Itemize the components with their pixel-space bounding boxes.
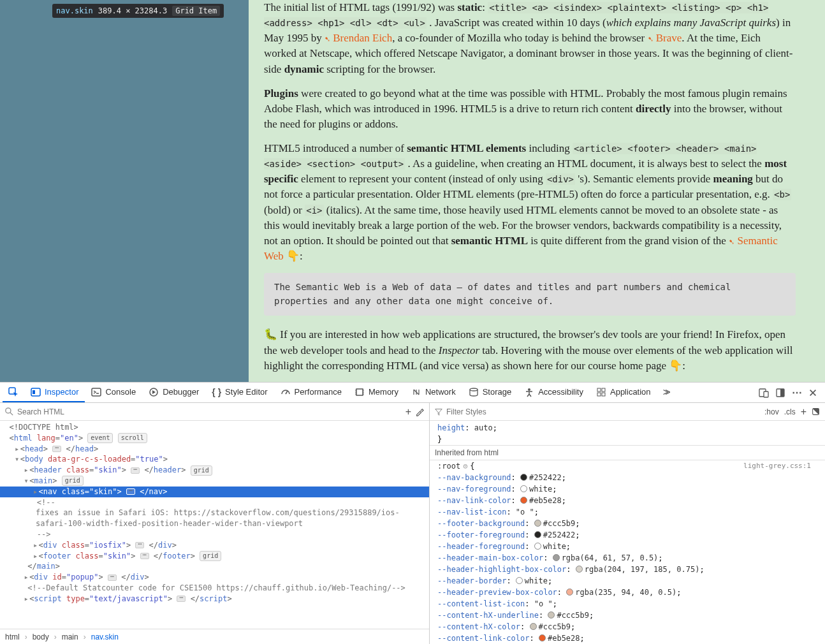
element-hover-tooltip: nav.skin 389.4 × 23284.3 Grid Item xyxy=(52,4,224,18)
dock-mode-button[interactable] xyxy=(775,388,785,398)
svg-rect-2 xyxy=(33,390,35,394)
svg-rect-18 xyxy=(602,393,605,396)
dom-tree[interactable]: <!DOCTYPE html> <html lang="en"> event s… xyxy=(0,421,429,629)
devtools-panel: Inspector Console Debugger { } Style Edi… xyxy=(0,382,825,644)
svg-rect-20 xyxy=(764,392,768,397)
article-paragraph: The initial list of HTML tags (1991/92) … xyxy=(264,0,796,77)
add-rule-button[interactable]: + xyxy=(801,406,807,418)
search-icon xyxy=(5,407,13,416)
css-rules-pane[interactable]: height: auto;}Inherited from html:root ⚙… xyxy=(430,421,825,644)
cls-toggle[interactable]: .cls xyxy=(784,407,796,416)
responsive-mode-button[interactable] xyxy=(759,388,769,398)
tab-storage[interactable]: Storage xyxy=(462,383,518,402)
article-paragraph: HTML5 introduced a number of semantic HT… xyxy=(264,141,796,264)
close-button[interactable] xyxy=(808,388,817,397)
article-paragraph: Plugins were created to go beyond what a… xyxy=(264,86,796,132)
link-brendan-eich[interactable]: Brendan Eich xyxy=(333,32,392,44)
svg-rect-17 xyxy=(597,393,601,396)
dom-tree-selected-row: ▸<nav class="skin"> </nav> xyxy=(0,487,429,497)
svg-point-14 xyxy=(528,388,530,391)
tab-accessibility[interactable]: Accessibility xyxy=(518,383,590,402)
article-paragraph: 🐛 If you are interested in how web appli… xyxy=(264,327,796,373)
tab-style-editor[interactable]: { } Style Editor xyxy=(205,383,274,402)
svg-rect-6 xyxy=(356,389,363,395)
tabs-overflow-button[interactable] xyxy=(657,383,674,402)
tab-inspector[interactable]: Inspector xyxy=(24,383,85,402)
svg-line-24 xyxy=(10,413,13,415)
add-node-button[interactable]: + xyxy=(405,406,411,418)
svg-rect-22 xyxy=(780,389,784,397)
page-sidebar-area: nav.skin 389.4 × 23284.3 Grid Item xyxy=(0,0,249,382)
html-search-input[interactable] xyxy=(17,407,402,416)
svg-rect-16 xyxy=(602,388,605,392)
svg-line-5 xyxy=(286,391,288,394)
page-article: The initial list of HTML tags (1991/92) … xyxy=(249,0,825,382)
tab-application[interactable]: Application xyxy=(590,383,657,402)
tab-console[interactable]: Console xyxy=(85,383,142,402)
more-button[interactable]: ⋯ xyxy=(792,386,802,399)
devtools-tabbar: Inspector Console Debugger { } Style Edi… xyxy=(0,383,825,403)
hov-toggle[interactable]: :hov xyxy=(764,407,779,416)
tab-network[interactable]: Network xyxy=(405,383,462,402)
styles-filter-input[interactable] xyxy=(446,407,761,416)
light-dark-button[interactable] xyxy=(812,407,820,416)
element-picker-button[interactable] xyxy=(3,383,24,402)
svg-point-23 xyxy=(6,408,11,413)
tab-memory[interactable]: Memory xyxy=(348,383,405,402)
tab-performance[interactable]: Performance xyxy=(274,383,348,402)
svg-rect-15 xyxy=(597,388,601,392)
tab-debugger[interactable]: Debugger xyxy=(142,383,205,402)
inherited-section: Inherited from html xyxy=(430,445,825,460)
breadcrumb[interactable]: html› body› main› nav.skin xyxy=(0,629,429,644)
blockquote: The Semantic Web is a Web of data — of d… xyxy=(264,273,796,316)
html-search-bar: + xyxy=(0,403,429,421)
svg-point-13 xyxy=(470,388,478,391)
eyedropper-button[interactable] xyxy=(415,407,424,416)
filter-icon xyxy=(435,408,442,416)
browser-viewport: nav.skin 389.4 × 23284.3 Grid Item The i… xyxy=(0,0,825,382)
link-brave[interactable]: Brave xyxy=(656,32,682,44)
